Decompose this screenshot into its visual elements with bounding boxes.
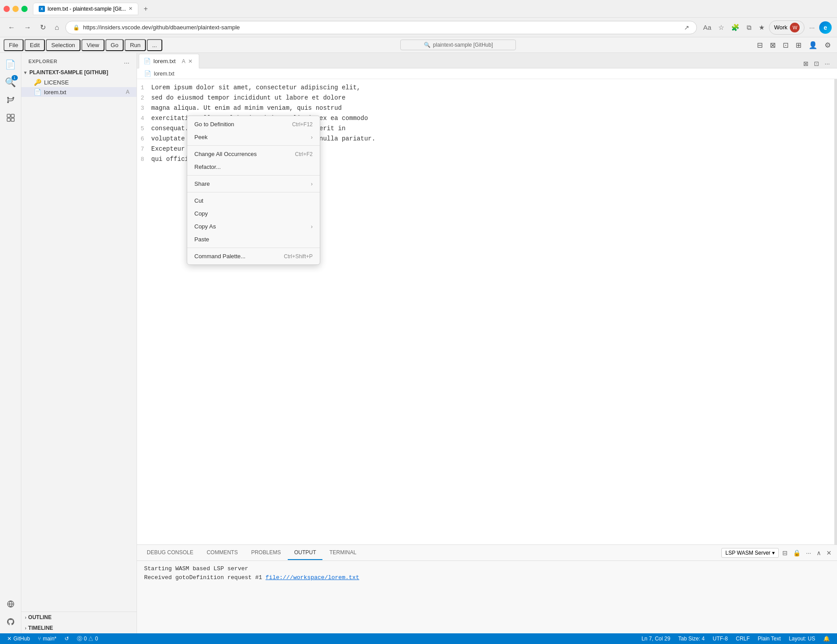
forward-button[interactable]: → [21, 22, 34, 33]
menu-go[interactable]: Go [105, 39, 124, 51]
menu-view[interactable]: View [81, 39, 105, 51]
menu-selection[interactable]: Selection [46, 39, 80, 51]
settings-button[interactable]: ⚙ [822, 40, 833, 51]
ln-col-label: Ln 7, Col 29 [641, 636, 670, 642]
ctx-share[interactable]: Share › [187, 177, 320, 190]
window-minimize-button[interactable] [12, 6, 19, 12]
editor-minimap[interactable] [834, 79, 837, 544]
panel-tab-output[interactable]: OUTPUT [288, 546, 322, 560]
status-encoding[interactable]: UTF-8 [709, 633, 731, 644]
outline-section[interactable]: › OUTLINE [21, 612, 137, 623]
panel-dropdown[interactable]: LSP WASM Server ▾ [721, 548, 779, 558]
activity-explorer[interactable]: 📄 [3, 56, 19, 72]
profile-avatar: W [790, 23, 800, 32]
split-view-button[interactable]: ⧉ [744, 22, 754, 33]
tab-favicon: X [39, 6, 45, 12]
panel-output-line-1: Starting WASM based LSP server [144, 564, 830, 573]
status-sync[interactable]: ↺ [61, 633, 72, 644]
account-button[interactable]: 👤 [806, 40, 820, 51]
editor-layout[interactable]: ⊞ [793, 40, 804, 51]
status-github-label: GitHub [13, 636, 30, 642]
status-errors-label: ⓪ 0 △ 0 [77, 635, 98, 643]
toggle-primary-sidebar[interactable]: ⊟ [754, 40, 765, 51]
ctx-paste[interactable]: Paste [187, 233, 320, 246]
activity-source-control[interactable] [3, 92, 19, 108]
menu-file[interactable]: File [4, 39, 24, 51]
ctx-copy[interactable]: Copy [187, 207, 320, 220]
panel-tab-comments[interactable]: COMMENTS [201, 546, 244, 560]
panel-more-button[interactable]: ··· [804, 548, 813, 557]
toggle-secondary-sidebar[interactable]: ⊡ [780, 40, 791, 51]
status-github[interactable]: ✕ GitHub [4, 633, 33, 644]
ctx-refactor[interactable]: Refactor... [187, 160, 320, 173]
tab-close-button[interactable]: ✕ [188, 58, 193, 64]
browser-tab-close[interactable]: ✕ [129, 6, 133, 12]
toggle-layout-button[interactable]: ⊠ [801, 59, 810, 68]
ctx-goto-definition[interactable]: Go to Definition Ctrl+F12 [187, 118, 320, 131]
status-tab-size[interactable]: Tab Size: 4 [675, 633, 708, 644]
status-notifications[interactable]: 🔔 [820, 633, 833, 644]
editor-tab-loremtxt[interactable]: 📄 lorem.txt A ✕ [139, 54, 199, 68]
panel-clear-button[interactable]: ⊟ [781, 548, 789, 557]
status-line-ending[interactable]: CRLF [732, 633, 753, 644]
browser-tab[interactable]: X lorem.txt - plaintext-sample [Git... ✕ [33, 3, 138, 15]
plaintext-sample-header[interactable]: ▼ PLAINTEXT-SAMPLE [GITHUB] [21, 68, 137, 77]
sidebar-more-button[interactable]: ... [124, 57, 129, 65]
ctx-command-palette[interactable]: Command Palette... Ctrl+Shift+P [187, 250, 320, 263]
status-ln-col[interactable]: Ln 7, Col 29 [638, 633, 674, 644]
home-button[interactable]: ⌂ [52, 22, 62, 33]
status-branch[interactable]: ⑂ main* [34, 633, 60, 644]
activity-github[interactable] [3, 614, 19, 630]
address-bar[interactable]: 🔒 https://insiders.vscode.dev/github/dba… [65, 21, 697, 34]
ctx-sep-2 [187, 175, 320, 176]
new-tab-button[interactable]: + [140, 3, 151, 15]
activity-search[interactable]: 🔍 1 [3, 74, 19, 90]
favorites-button[interactable]: ☆ [716, 22, 727, 33]
code-line-2: 2 sed do eiusmod tempor incididunt ut la… [137, 93, 837, 103]
refresh-button[interactable]: ↻ [37, 21, 48, 33]
panel-tab-problems[interactable]: PROBLEMS [245, 546, 287, 560]
panel-lock-button[interactable]: 🔒 [791, 548, 802, 557]
profile-button[interactable]: Work W [769, 20, 805, 35]
line-content-3: magna aliqua. Ut enim ad minim veniam, q… [151, 103, 830, 113]
line-number-5: 5 [137, 124, 151, 134]
collections-button[interactable]: ★ [756, 22, 767, 33]
editor-more-actions[interactable]: ··· [823, 59, 832, 68]
timeline-section[interactable]: › TIMELINE [21, 623, 137, 633]
back-button[interactable]: ← [5, 22, 18, 33]
ctx-copy-as[interactable]: Copy As › [187, 220, 320, 233]
status-errors[interactable]: ⓪ 0 △ 0 [73, 633, 101, 644]
panel-output-line-2: Received gotoDefinition request #1 file:… [144, 573, 830, 582]
window-close-button[interactable] [4, 6, 10, 12]
panel-close-button[interactable]: ✕ [825, 548, 833, 557]
status-language[interactable]: Plain Text [754, 633, 785, 644]
file-item-loremtxt[interactable]: 📄 lorem.txt A [21, 87, 137, 97]
activity-remote[interactable] [3, 596, 19, 612]
menu-run[interactable]: Run [125, 39, 146, 51]
window-maximize-button[interactable] [21, 6, 28, 12]
menu-edit[interactable]: Edit [24, 39, 45, 51]
ctx-change-all-occurrences[interactable]: Change All Occurrences Ctrl+F2 [187, 148, 320, 160]
panel-collapse-button[interactable]: ∧ [815, 548, 823, 557]
ctx-refactor-label: Refactor... [194, 164, 221, 170]
browser-more-button[interactable]: ··· [806, 22, 817, 33]
command-search[interactable]: 🔍 plaintext-sample [GitHub] [400, 40, 516, 50]
toggle-panel[interactable]: ⊠ [767, 40, 778, 51]
timeline-arrow: › [25, 626, 26, 631]
browser-extensions-button[interactable]: 🧩 [728, 22, 742, 33]
ctx-cut[interactable]: Cut [187, 194, 320, 207]
code-line-1: 1 Lorem ipsum dolor sit amet, consectetu… [137, 83, 837, 93]
window-controls [4, 6, 28, 12]
activity-extensions[interactable] [3, 110, 19, 126]
status-bar: ✕ GitHub ⑂ main* ↺ ⓪ 0 △ 0 Ln 7, Col 29 … [0, 633, 837, 644]
panel-tab-debug-console[interactable]: DEBUG CONSOLE [141, 546, 200, 560]
ctx-peek[interactable]: Peek › [187, 131, 320, 144]
status-layout[interactable]: Layout: US [785, 633, 819, 644]
menu-more[interactable]: ... [147, 39, 162, 51]
breadcrumb-filename[interactable]: lorem.txt [154, 71, 174, 77]
panel-output-link[interactable]: file:///workspace/lorem.txt [266, 574, 359, 581]
read-aloud-button[interactable]: Aa [700, 22, 714, 33]
split-editor-button[interactable]: ⊡ [812, 59, 821, 68]
file-item-license[interactable]: 🔑 LICENSE [21, 77, 137, 87]
panel-tab-terminal[interactable]: TERMINAL [323, 546, 363, 560]
